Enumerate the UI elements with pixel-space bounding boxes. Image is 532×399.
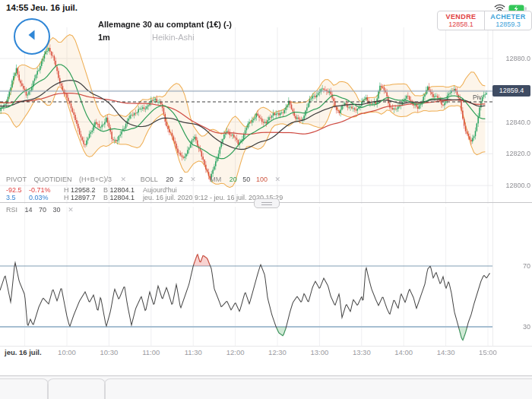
time-tick: 15:00 [479, 348, 497, 356]
rsi-upper-level: 70 [39, 206, 46, 214]
time-tick: 14:00 [394, 348, 413, 356]
axis-gutter-divider [492, 17, 493, 346]
sell-button[interactable]: VENDRE 12858.1 [438, 11, 485, 30]
low-label: B [103, 186, 108, 194]
pivot-indicator-formula: (H+B+C)/3 [79, 176, 112, 183]
time-tick: 12:00 [226, 348, 245, 356]
time-tick: 13:00 [311, 348, 329, 356]
time-tick: 12:30 [268, 348, 287, 356]
stat-low: B 12804.1 [103, 186, 143, 194]
trade-ticket: VENDRE 12858.1 ACHETER 12859.3 [437, 11, 532, 30]
rsi-chart-canvas[interactable] [0, 204, 532, 346]
low-value: 12804.1 [110, 186, 135, 194]
high-label: H [64, 186, 69, 194]
price-axis-label: 12820.0 [496, 150, 530, 157]
rsi-indicator-name: RSI [6, 206, 17, 214]
rsi-legend: RSI 14 70 30 ✕ [6, 206, 74, 214]
time-tick: 11:00 [142, 348, 160, 356]
price-axis-label: 12800.0 [496, 182, 530, 189]
time-tick: 10:30 [100, 348, 119, 356]
trading-app: 14:55 Jeu. 16 juil. VENDRE 12858.1 ACHET… [0, 0, 532, 399]
stat-low: B 12804.1 [103, 194, 143, 201]
time-tick: 14:30 [437, 348, 455, 356]
pivot-indicator-mode: QUOTIDIEN [34, 176, 72, 183]
stat-high: H 12897.7 [64, 194, 103, 201]
low-label: B [103, 194, 108, 201]
toolbar-group-operations [0, 378, 49, 399]
mm-period-100: 100 [256, 176, 268, 183]
timeframe-label: 1m [98, 33, 110, 42]
high-value: 12958.2 [71, 186, 96, 194]
sell-price: 12858.1 [438, 21, 484, 28]
stat-period: Aujourd'hui [143, 186, 177, 194]
price-axis-label: 12840.0 [496, 119, 530, 126]
toolbar-group-timeunit [47, 378, 106, 399]
buy-price: 12859.3 [485, 21, 531, 28]
panel-resize-handle[interactable] [254, 198, 280, 208]
pivot-line-label: Piv [473, 93, 482, 101]
indicator-stats-row: 3.50.03%H 12897.7B 12804.1jeu. 16 juil. … [6, 194, 283, 201]
chart-style-label: Heikin-Ashi [152, 33, 195, 42]
price-axis-label: 12880.0 [496, 55, 530, 62]
mm-close-icon[interactable]: ✕ [274, 176, 280, 183]
boll-close-icon[interactable]: ✕ [190, 176, 196, 183]
rsi-period: 14 [25, 206, 33, 214]
stat-high: H 12958.2 [64, 186, 103, 194]
rsi-level-label: 30 [496, 323, 530, 331]
indicator-legend: PIVOT QUOTIDIEN (H+B+C)/3 ✕ BOLL 20 2 ✕ … [6, 176, 280, 183]
rsi-level-label: 70 [496, 262, 530, 270]
axis-day-label: jeu. 16 juil. [5, 348, 42, 356]
stat-change-pct: -0.71% [29, 186, 64, 194]
time-tick: 13:30 [353, 348, 371, 356]
timeframe-bar [0, 359, 532, 375]
mm-indicator-name: MM [210, 176, 221, 183]
boll-period: 20 [166, 176, 173, 183]
buy-button[interactable]: ACHETER 12859.3 [485, 11, 531, 30]
bottom-toolbar: OpérationsUnité de tempsTypesIndicateurs… [0, 375, 532, 399]
current-price-badge: 12859.4 [492, 85, 530, 97]
boll-indicator-name: BOLL [141, 176, 158, 183]
toolbar-group-tools [104, 378, 532, 399]
stat-change-pct: 0.03% [29, 194, 64, 201]
indicator-stats-row: -92.5-0.71%H 12958.2B 12804.1Aujourd'hui [6, 186, 177, 194]
mm-period-20: 20 [230, 176, 237, 183]
buy-label: ACHETER [485, 14, 531, 21]
mm-period-50: 50 [242, 176, 250, 183]
boll-deviation: 2 [179, 176, 183, 183]
status-date: Jeu. 16 juil. [30, 3, 78, 12]
time-tick: 10:00 [58, 348, 76, 356]
status-time: 14:55 [6, 3, 28, 12]
time-tick: 11:30 [185, 348, 202, 356]
rsi-lower-level: 30 [53, 206, 61, 214]
high-value: 12897.7 [71, 194, 96, 201]
back-arrow-icon [24, 27, 40, 46]
back-button[interactable] [14, 18, 50, 55]
stat-change: -92.5 [6, 186, 29, 194]
sell-label: VENDRE [438, 14, 484, 21]
pivot-close-icon[interactable]: ✕ [121, 176, 127, 183]
stat-change: 3.5 [6, 194, 29, 201]
rsi-close-icon[interactable]: ✕ [68, 206, 74, 214]
high-label: H [64, 194, 69, 201]
pivot-indicator-name: PIVOT [6, 176, 27, 183]
low-value: 12804.1 [110, 194, 135, 201]
instrument-title: Allemagne 30 au comptant (1€) (-) [98, 20, 232, 29]
